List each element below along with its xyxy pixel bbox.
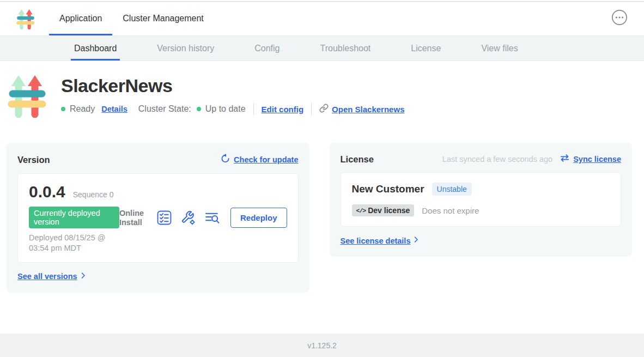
chevron-right-icon: [79, 271, 87, 282]
channel-badge: Unstable: [432, 183, 472, 196]
dashboard-cards: Version Check for update 0.0.4 Sequ: [7, 143, 632, 293]
tab-cluster-management[interactable]: Cluster Management: [112, 2, 214, 35]
license-card: License Last synced a few seconds ago: [330, 143, 633, 257]
subnav-config[interactable]: Config: [251, 36, 283, 60]
footer: v1.125.2: [0, 334, 644, 357]
see-license-details-label: See license details: [341, 237, 411, 245]
top-tabs: Application Cluster Management: [49, 2, 214, 35]
config-wrench-icon[interactable]: [181, 210, 196, 225]
cluster-state-dot-icon: [197, 107, 201, 111]
details-link[interactable]: Details: [101, 105, 127, 113]
deploy-logs-icon[interactable]: [205, 211, 220, 225]
page-title: SlackerNews: [61, 75, 404, 96]
version-card-title: Version: [17, 155, 50, 165]
cluster-state-value: Up to date: [205, 104, 246, 114]
app-header: SlackerNews Ready Details Cluster State:…: [0, 61, 644, 120]
subnav-troubleshoot[interactable]: Troubleshoot: [317, 36, 374, 60]
code-icon: </>: [356, 207, 366, 214]
install-type-label: Online Install: [119, 209, 148, 227]
version-number: 0.0.4: [29, 183, 65, 201]
tab-application[interactable]: Application: [49, 2, 112, 35]
see-license-details-link[interactable]: See license details: [341, 235, 622, 246]
top-navbar: Application Cluster Management: [0, 2, 644, 36]
deployed-badge: Currently deployed version: [29, 207, 119, 228]
app-status-row: Ready Details Cluster State: Up to date …: [61, 103, 404, 115]
refresh-icon: [221, 154, 230, 166]
app-logo-icon: [16, 8, 35, 29]
overflow-menu-button[interactable]: [611, 9, 628, 28]
subnav-version-history[interactable]: Version history: [154, 36, 217, 60]
app-subnav: Dashboard Version history Config Trouble…: [0, 36, 644, 61]
ellipsis-circle-icon: [611, 9, 628, 28]
last-synced-label: Last synced a few seconds ago: [442, 155, 552, 164]
see-all-versions-label: See all versions: [17, 272, 77, 281]
license-type-label: Dev license: [368, 206, 410, 215]
version-sequence: Sequence 0: [73, 190, 114, 199]
chevron-right-icon: [412, 235, 420, 246]
version-actions: Online Install: [119, 208, 287, 228]
version-card: Version Check for update 0.0.4 Sequ: [7, 143, 309, 293]
open-app-link-label: Open Slackernews: [332, 105, 404, 114]
version-info: 0.0.4 Sequence 0 Currently deployed vers…: [29, 183, 119, 253]
check-for-update-link[interactable]: Check for update: [221, 154, 298, 166]
sync-license-link[interactable]: Sync license: [560, 154, 621, 165]
sync-license-label: Sync license: [573, 155, 621, 164]
app-status-label: Ready: [70, 104, 95, 114]
main-content: SlackerNews Ready Details Cluster State:…: [0, 61, 644, 334]
preflight-checks-icon[interactable]: [157, 210, 172, 225]
divider: [311, 103, 312, 115]
divider: [253, 103, 254, 115]
license-type-badge: </> Dev license: [352, 204, 415, 216]
cluster-state-label: Cluster State:: [138, 104, 191, 114]
app-status: Ready: [61, 104, 95, 114]
see-all-versions-link[interactable]: See all versions: [17, 271, 299, 282]
chain-link-icon: [319, 104, 329, 115]
open-app-link[interactable]: Open Slackernews: [319, 104, 404, 115]
status-dot-icon: [61, 107, 65, 111]
edit-config-link[interactable]: Edit config: [262, 105, 304, 114]
app-logo-large-icon: [8, 73, 47, 120]
current-version-box: 0.0.4 Sequence 0 Currently deployed vers…: [17, 173, 299, 263]
license-card-title: License: [341, 154, 374, 165]
license-details-box: New Customer Unstable </> Dev license Do…: [341, 172, 622, 227]
console-version-label: v1.125.2: [307, 341, 337, 350]
cluster-state: Up to date: [197, 104, 246, 114]
subnav-license[interactable]: License: [408, 36, 444, 60]
license-expiry: Does not expire: [422, 206, 479, 215]
subnav-view-files[interactable]: View files: [478, 36, 521, 60]
check-for-update-label: Check for update: [234, 155, 298, 164]
sync-arrows-icon: [560, 154, 570, 165]
deployed-timestamp: Deployed 08/15/25 @ 03:54 pm MDT: [29, 233, 119, 253]
customer-name: New Customer: [352, 183, 424, 195]
redeploy-button[interactable]: Redeploy: [230, 208, 287, 228]
subnav-dashboard[interactable]: Dashboard: [71, 36, 120, 60]
